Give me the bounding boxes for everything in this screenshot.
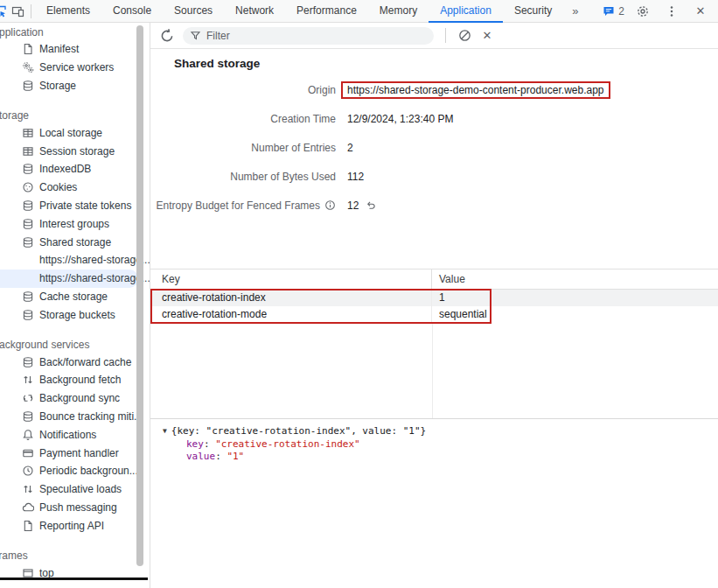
sidebar-item-interest-groups[interactable]: Interest groups	[0, 214, 138, 233]
shared-storage-datagrid: Key Value creative-rotation-index1creati…	[150, 269, 718, 418]
sidebar-item-storage-buckets[interactable]: Storage buckets	[0, 305, 138, 324]
preview-property-line: value: "1"	[186, 451, 718, 464]
inspect-icon[interactable]	[0, 4, 8, 18]
sidebar-item-label: Speculative loads	[39, 483, 122, 495]
tab-application[interactable]: Application	[429, 0, 503, 23]
sidebar-scrollbar-thumb[interactable]	[136, 25, 143, 566]
sidebar-section-frames: Frames	[0, 548, 138, 564]
metadata-value: 112	[347, 171, 364, 183]
sidebar-item-manifest[interactable]: Manifest	[0, 40, 138, 59]
entry-preview-pane: ▼{key: "creative-rotation-index", value:…	[150, 418, 718, 464]
sidebar-section-storage: Storage	[0, 108, 138, 123]
tabbar-divider	[31, 4, 31, 18]
sidebar-item-https-shared-storage[interactable]: https://shared-storage...	[0, 251, 138, 270]
column-header-value[interactable]: Value	[432, 273, 718, 285]
sidebar-item-cookies[interactable]: Cookies	[0, 178, 138, 197]
sidebar-item-label: Background fetch	[39, 374, 121, 386]
tab-performance[interactable]: Performance	[285, 0, 368, 23]
grid-icon	[22, 127, 34, 139]
tab-elements[interactable]: Elements	[35, 0, 101, 23]
sidebar-item-private-state-tokens[interactable]: Private state tokens	[0, 197, 138, 215]
console-messages-badge[interactable]: 2	[603, 5, 624, 18]
delete-selected-icon[interactable]: ✕	[478, 27, 496, 45]
metadata-label: Entropy Budget for Fenced Frames	[157, 200, 320, 212]
tab-sources[interactable]: Sources	[163, 0, 224, 23]
refresh-icon[interactable]	[159, 28, 175, 44]
sidebar-item-label: https://shared-storage...	[39, 254, 150, 266]
sidebar-item-push-messaging[interactable]: Push messaging	[0, 499, 138, 517]
sidebar-scrollbar	[136, 23, 144, 588]
sidebar-item-periodic-backgroun[interactable]: Periodic backgroun...	[0, 462, 138, 480]
table-row[interactable]: creative-rotation-index1	[150, 290, 718, 306]
card-icon	[22, 447, 34, 459]
devtools-tabbar: ElementsConsoleSourcesNetworkPerformance…	[0, 0, 718, 23]
cell-value: 1	[432, 291, 718, 304]
sidebar-item-speculative-loads[interactable]: Speculative loads	[0, 480, 138, 499]
filter-placeholder: Filter	[206, 30, 230, 42]
sidebar-item-cache-storage[interactable]: Cache storage	[0, 288, 138, 306]
sidebar-item-shared-storage[interactable]: Shared storage	[0, 233, 138, 251]
sidebar-item-indexeddb[interactable]: IndexedDB	[0, 160, 138, 178]
sidebar-item-label: Notifications	[39, 429, 96, 441]
sidebar-item-https-shared-storage[interactable]: https://shared-storage...	[0, 270, 138, 288]
database-icon	[22, 410, 34, 423]
sidebar-item-label: Push messaging	[39, 501, 117, 514]
metadata-report: Originhttps://shared-storage-demo-conten…	[150, 75, 718, 220]
sidebar-item-label: Cache storage	[39, 290, 108, 303]
settings-gear-icon[interactable]	[632, 2, 653, 21]
sync-icon	[22, 392, 34, 404]
sidebar-item-label: Bounce tracking miti...	[39, 410, 143, 423]
sidebar-item-background-fetch[interactable]: Background fetch	[0, 371, 138, 389]
sidebar-item-reporting-api[interactable]: Reporting API	[0, 516, 138, 535]
sidebar-item-label: Private state tokens	[39, 200, 131, 212]
badge-count: 2	[618, 5, 624, 18]
sidebar-item-service-workers[interactable]: Service workers	[0, 59, 138, 77]
clear-all-icon[interactable]	[456, 27, 473, 45]
sidebar-item-label: Session storage	[39, 145, 115, 158]
arrows-icon	[22, 483, 34, 495]
sidebar-item-bounce-tracking-miti[interactable]: Bounce tracking miti...	[0, 408, 138, 426]
metadata-label: Creation Time	[270, 113, 336, 125]
sidebar-item-notifications[interactable]: Notifications	[0, 425, 138, 444]
metadata-value: 2	[347, 142, 353, 154]
cloud-icon	[22, 501, 34, 514]
sidebar-item-label: Storage	[39, 80, 76, 92]
close-devtools-icon[interactable]: ✕	[690, 2, 711, 21]
column-header-key[interactable]: Key	[150, 270, 432, 289]
property-value: "creative-rotation-index"	[215, 438, 360, 450]
datagrid-empty-area	[150, 322, 718, 418]
expander-caret-icon[interactable]: ▼	[163, 425, 167, 438]
cell-key: creative-rotation-index	[150, 290, 432, 306]
tab-network[interactable]: Network	[224, 0, 285, 23]
table-row[interactable]: creative-rotation-modesequential	[150, 306, 718, 323]
filter-input[interactable]: Filter	[183, 27, 434, 45]
metadata-value: 12	[347, 200, 359, 212]
tab-memory[interactable]: Memory	[368, 0, 429, 23]
sidebar-item-local-storage[interactable]: Local storage	[0, 123, 138, 142]
reset-budget-icon[interactable]	[366, 200, 377, 211]
info-icon[interactable]	[324, 200, 336, 211]
sidebar-item-payment-handler[interactable]: Payment handler	[0, 444, 138, 462]
database-icon	[22, 356, 34, 368]
property-value: "1"	[227, 451, 244, 462]
page-title: Shared storage	[174, 56, 718, 72]
sidebar-item-background-sync[interactable]: Background sync	[0, 389, 138, 408]
sidebar-item-storage[interactable]: Storage	[0, 77, 138, 95]
database-icon	[22, 163, 34, 175]
datagrid-rows: creative-rotation-index1creative-rotatio…	[150, 290, 718, 322]
preview-summary-text: {key: "creative-rotation-index", value: …	[171, 425, 426, 437]
device-toolbar-icon[interactable]	[8, 2, 29, 21]
tab-security[interactable]: Security	[503, 0, 563, 23]
sidebar-item-back-forward-cache[interactable]: Back/forward cache	[0, 353, 138, 371]
devtools-window: ElementsConsoleSourcesNetworkPerformance…	[0, 0, 718, 588]
metadata-label: Number of Entries	[251, 142, 336, 154]
tab-console[interactable]: Console	[101, 0, 163, 23]
panel-content: Shared storage Originhttps://shared-stor…	[150, 49, 718, 588]
kebab-menu-icon[interactable]	[661, 2, 682, 21]
sidebar-item-session-storage[interactable]: Session storage	[0, 142, 138, 160]
gears-icon	[22, 61, 34, 74]
message-bubble-icon	[603, 5, 615, 18]
preview-summary-line[interactable]: ▼{key: "creative-rotation-index", value:…	[163, 425, 718, 438]
more-tabs-button[interactable]: »	[563, 4, 587, 18]
shared-storage-panel: Filter ✕ Shared storage Originhttps://sh…	[150, 23, 718, 588]
